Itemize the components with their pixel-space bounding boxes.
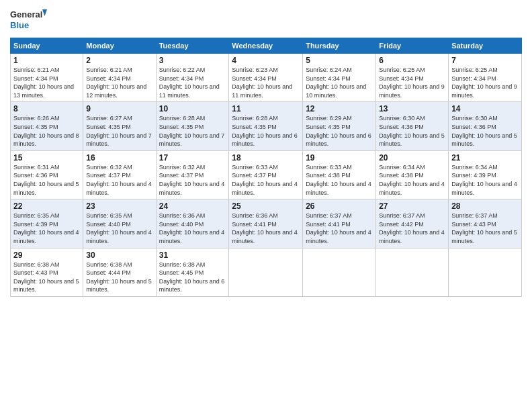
day-number: 17 <box>159 153 226 163</box>
day-number: 30 <box>86 250 152 260</box>
calendar-cell: 8 Sunrise: 6:26 AM Sunset: 4:35 PM Dayli… <box>11 102 83 150</box>
calendar-cell: 2 Sunrise: 6:21 AM Sunset: 4:34 PM Dayli… <box>83 54 156 102</box>
calendar-week-3: 15 Sunrise: 6:31 AM Sunset: 4:36 PM Dayl… <box>11 150 522 199</box>
calendar-header-wednesday: Wednesday <box>229 38 303 54</box>
calendar-cell: 15 Sunrise: 6:31 AM Sunset: 4:36 PM Dayl… <box>11 150 83 199</box>
day-number: 21 <box>451 153 519 163</box>
svg-text:Blue: Blue <box>10 20 29 30</box>
calendar-cell <box>449 248 522 296</box>
day-info: Sunrise: 6:25 AM Sunset: 4:34 PM Dayligh… <box>451 66 519 99</box>
calendar-cell: 29 Sunrise: 6:38 AM Sunset: 4:43 PM Dayl… <box>11 248 83 296</box>
day-number: 5 <box>306 56 373 65</box>
svg-marker-2 <box>42 9 47 16</box>
day-info: Sunrise: 6:33 AM Sunset: 4:37 PM Dayligh… <box>232 163 300 197</box>
day-info: Sunrise: 6:38 AM Sunset: 4:43 PM Dayligh… <box>13 261 80 294</box>
svg-text:General: General <box>10 9 42 19</box>
calendar-cell: 27 Sunrise: 6:37 AM Sunset: 4:42 PM Dayl… <box>376 199 449 248</box>
day-number: 8 <box>13 104 80 113</box>
calendar-header-friday: Friday <box>376 38 449 54</box>
day-number: 2 <box>86 56 152 65</box>
day-info: Sunrise: 6:28 AM Sunset: 4:35 PM Dayligh… <box>232 114 300 148</box>
day-number: 25 <box>232 201 300 211</box>
day-number: 12 <box>306 104 373 113</box>
calendar-cell: 14 Sunrise: 6:30 AM Sunset: 4:36 PM Dayl… <box>449 102 522 150</box>
calendar-cell: 26 Sunrise: 6:37 AM Sunset: 4:41 PM Dayl… <box>303 199 376 248</box>
day-info: Sunrise: 6:37 AM Sunset: 4:42 PM Dayligh… <box>379 212 445 245</box>
day-number: 23 <box>86 201 152 211</box>
calendar-cell: 7 Sunrise: 6:25 AM Sunset: 4:34 PM Dayli… <box>449 54 522 102</box>
day-number: 19 <box>306 153 373 163</box>
day-info: Sunrise: 6:36 AM Sunset: 4:41 PM Dayligh… <box>232 212 300 245</box>
header: General Blue <box>10 7 522 32</box>
day-info: Sunrise: 6:25 AM Sunset: 4:34 PM Dayligh… <box>379 66 445 99</box>
calendar-header-sunday: Sunday <box>11 38 83 54</box>
day-number: 28 <box>451 201 519 211</box>
day-info: Sunrise: 6:35 AM Sunset: 4:39 PM Dayligh… <box>13 212 80 245</box>
day-number: 16 <box>86 153 152 163</box>
day-info: Sunrise: 6:31 AM Sunset: 4:36 PM Dayligh… <box>13 163 80 197</box>
day-info: Sunrise: 6:32 AM Sunset: 4:37 PM Dayligh… <box>159 163 226 197</box>
calendar-cell: 21 Sunrise: 6:34 AM Sunset: 4:39 PM Dayl… <box>449 150 522 199</box>
logo: General Blue <box>10 7 47 32</box>
day-info: Sunrise: 6:27 AM Sunset: 4:35 PM Dayligh… <box>86 114 152 148</box>
calendar-header-tuesday: Tuesday <box>156 38 229 54</box>
day-number: 6 <box>379 56 445 65</box>
calendar-cell: 30 Sunrise: 6:38 AM Sunset: 4:44 PM Dayl… <box>83 248 156 296</box>
day-info: Sunrise: 6:35 AM Sunset: 4:40 PM Dayligh… <box>86 212 152 245</box>
day-info: Sunrise: 6:36 AM Sunset: 4:40 PM Dayligh… <box>159 212 226 245</box>
calendar-cell: 1 Sunrise: 6:21 AM Sunset: 4:34 PM Dayli… <box>11 54 83 102</box>
day-number: 14 <box>451 104 519 113</box>
calendar-header-saturday: Saturday <box>449 38 522 54</box>
calendar-table: SundayMondayTuesdayWednesdayThursdayFrid… <box>10 38 522 297</box>
calendar-cell <box>376 248 449 296</box>
day-info: Sunrise: 6:22 AM Sunset: 4:34 PM Dayligh… <box>159 66 226 99</box>
day-number: 15 <box>13 153 80 163</box>
day-info: Sunrise: 6:26 AM Sunset: 4:35 PM Dayligh… <box>13 114 80 148</box>
calendar-cell: 12 Sunrise: 6:29 AM Sunset: 4:35 PM Dayl… <box>303 102 376 150</box>
day-number: 11 <box>232 104 300 113</box>
day-info: Sunrise: 6:23 AM Sunset: 4:34 PM Dayligh… <box>232 66 300 99</box>
calendar-cell: 5 Sunrise: 6:24 AM Sunset: 4:34 PM Dayli… <box>303 54 376 102</box>
calendar-cell: 6 Sunrise: 6:25 AM Sunset: 4:34 PM Dayli… <box>376 54 449 102</box>
calendar-header-thursday: Thursday <box>303 38 376 54</box>
day-info: Sunrise: 6:29 AM Sunset: 4:35 PM Dayligh… <box>306 114 373 148</box>
page: General Blue SundayMondayTuesdayWednesda… <box>0 0 532 411</box>
day-info: Sunrise: 6:21 AM Sunset: 4:34 PM Dayligh… <box>86 66 152 99</box>
day-number: 22 <box>13 201 80 211</box>
calendar-cell: 23 Sunrise: 6:35 AM Sunset: 4:40 PM Dayl… <box>83 199 156 248</box>
calendar-week-2: 8 Sunrise: 6:26 AM Sunset: 4:35 PM Dayli… <box>11 102 522 150</box>
day-info: Sunrise: 6:37 AM Sunset: 4:43 PM Dayligh… <box>451 212 519 245</box>
calendar-week-4: 22 Sunrise: 6:35 AM Sunset: 4:39 PM Dayl… <box>11 199 522 248</box>
calendar-cell: 22 Sunrise: 6:35 AM Sunset: 4:39 PM Dayl… <box>11 199 83 248</box>
day-info: Sunrise: 6:30 AM Sunset: 4:36 PM Dayligh… <box>379 114 445 148</box>
day-number: 9 <box>86 104 152 113</box>
day-number: 18 <box>232 153 300 163</box>
calendar-cell: 19 Sunrise: 6:33 AM Sunset: 4:38 PM Dayl… <box>303 150 376 199</box>
logo-svg: General Blue <box>10 7 47 32</box>
day-info: Sunrise: 6:38 AM Sunset: 4:45 PM Dayligh… <box>159 261 226 294</box>
calendar-week-1: 1 Sunrise: 6:21 AM Sunset: 4:34 PM Dayli… <box>11 54 522 102</box>
calendar-cell: 24 Sunrise: 6:36 AM Sunset: 4:40 PM Dayl… <box>156 199 229 248</box>
day-number: 26 <box>306 201 373 211</box>
day-info: Sunrise: 6:24 AM Sunset: 4:34 PM Dayligh… <box>306 66 373 99</box>
day-number: 31 <box>159 250 226 260</box>
day-number: 7 <box>451 56 519 65</box>
day-info: Sunrise: 6:33 AM Sunset: 4:38 PM Dayligh… <box>306 163 373 197</box>
calendar-cell: 17 Sunrise: 6:32 AM Sunset: 4:37 PM Dayl… <box>156 150 229 199</box>
day-number: 13 <box>379 104 445 113</box>
day-info: Sunrise: 6:21 AM Sunset: 4:34 PM Dayligh… <box>13 66 80 99</box>
calendar-cell: 25 Sunrise: 6:36 AM Sunset: 4:41 PM Dayl… <box>229 199 303 248</box>
calendar-cell: 4 Sunrise: 6:23 AM Sunset: 4:34 PM Dayli… <box>229 54 303 102</box>
day-info: Sunrise: 6:28 AM Sunset: 4:35 PM Dayligh… <box>159 114 226 148</box>
day-info: Sunrise: 6:34 AM Sunset: 4:39 PM Dayligh… <box>451 163 519 197</box>
day-number: 1 <box>13 56 80 65</box>
calendar-cell: 11 Sunrise: 6:28 AM Sunset: 4:35 PM Dayl… <box>229 102 303 150</box>
calendar-cell: 20 Sunrise: 6:34 AM Sunset: 4:38 PM Dayl… <box>376 150 449 199</box>
calendar-cell: 18 Sunrise: 6:33 AM Sunset: 4:37 PM Dayl… <box>229 150 303 199</box>
calendar-cell <box>229 248 303 296</box>
calendar-cell <box>303 248 376 296</box>
day-info: Sunrise: 6:37 AM Sunset: 4:41 PM Dayligh… <box>306 212 373 245</box>
day-number: 27 <box>379 201 445 211</box>
calendar-cell: 9 Sunrise: 6:27 AM Sunset: 4:35 PM Dayli… <box>83 102 156 150</box>
calendar-header-monday: Monday <box>83 38 156 54</box>
